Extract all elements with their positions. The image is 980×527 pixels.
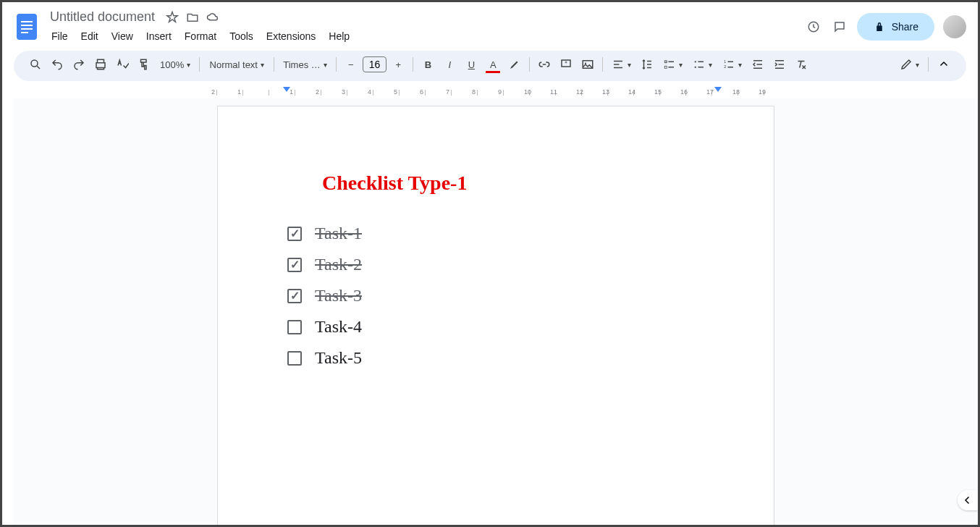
horizontal-ruler: 2112345678910111213141516171819 — [14, 87, 978, 98]
redo-icon[interactable] — [69, 54, 89, 75]
docs-logo[interactable] — [14, 14, 40, 40]
style-dropdown[interactable]: Normal text — [204, 54, 269, 75]
collapse-toolbar-icon[interactable] — [933, 54, 955, 75]
font-size-decrease[interactable]: − — [341, 54, 361, 75]
highlight-button[interactable] — [504, 54, 525, 75]
bullet-list-dropdown[interactable] — [688, 54, 717, 75]
bold-button[interactable]: B — [418, 54, 438, 75]
checklist-text: Task-2 — [315, 255, 362, 274]
svg-text:2: 2 — [725, 64, 727, 69]
font-size-input[interactable]: 16 — [363, 56, 387, 72]
font-dropdown[interactable]: Times … — [279, 54, 331, 75]
checkbox-icon[interactable] — [287, 289, 302, 303]
checkbox-icon[interactable] — [287, 320, 302, 334]
history-icon[interactable] — [805, 18, 822, 35]
document-page[interactable]: Checklist Type-1 Task-1Task-2Task-3Task-… — [217, 106, 774, 525]
menu-file[interactable]: File — [46, 28, 74, 45]
move-icon[interactable] — [185, 10, 200, 25]
checklist-text: Task-4 — [315, 317, 362, 337]
svg-rect-2 — [21, 25, 33, 26]
indent-marker-right[interactable] — [714, 87, 722, 92]
menu-bar: FileEditViewInsertFormatToolsExtensionsH… — [46, 28, 799, 45]
document-title[interactable]: Untitled document — [46, 8, 159, 26]
indent-increase-icon[interactable] — [769, 54, 790, 75]
search-icon[interactable] — [25, 54, 46, 75]
indent-marker-left[interactable] — [283, 87, 290, 92]
menu-edit[interactable]: Edit — [75, 28, 104, 45]
line-spacing-icon[interactable] — [637, 54, 657, 75]
checkbox-icon[interactable] — [287, 351, 302, 366]
vertical-ruler — [2, 87, 14, 525]
checklist-text: Task-3 — [315, 286, 362, 305]
svg-rect-0 — [17, 14, 37, 40]
menu-insert[interactable]: Insert — [140, 28, 177, 45]
checklist-item: Task-2 — [287, 255, 704, 274]
checkbox-icon[interactable] — [287, 258, 302, 272]
checklist-item: Task-3 — [287, 286, 704, 305]
italic-button[interactable]: I — [439, 54, 460, 75]
font-size-increase[interactable]: + — [388, 54, 408, 75]
checklist-dropdown[interactable] — [659, 54, 687, 75]
checklist-text: Task-5 — [315, 348, 362, 368]
menu-view[interactable]: View — [106, 28, 139, 45]
share-button[interactable]: Share — [857, 13, 934, 41]
spellcheck-icon[interactable] — [112, 54, 132, 75]
svg-point-5 — [31, 60, 38, 67]
numbered-list-dropdown[interactable]: 12 — [718, 54, 746, 75]
indent-decrease-icon[interactable] — [748, 54, 768, 75]
underline-button[interactable]: U — [461, 54, 481, 75]
share-label: Share — [892, 21, 918, 33]
svg-text:1: 1 — [725, 59, 727, 64]
comments-icon[interactable] — [831, 18, 848, 35]
paint-format-icon[interactable] — [134, 54, 154, 75]
text-color-button[interactable]: A — [483, 54, 503, 75]
avatar[interactable] — [943, 15, 966, 38]
svg-line-6 — [37, 66, 40, 69]
menu-extensions[interactable]: Extensions — [261, 28, 321, 45]
checklist: Task-1Task-2Task-3Task-4Task-5 — [287, 224, 704, 368]
checklist-item: Task-4 — [287, 317, 704, 337]
svg-point-20 — [695, 67, 696, 68]
toolbar: 100% Normal text Times … − 16 + B I U A … — [14, 51, 966, 81]
image-icon[interactable] — [578, 54, 598, 75]
side-panel-toggle-icon[interactable] — [958, 490, 978, 510]
header: Untitled document FileEditViewInsertForm… — [2, 2, 978, 51]
cloud-icon[interactable] — [206, 10, 220, 25]
menu-help[interactable]: Help — [323, 28, 355, 45]
undo-icon[interactable] — [47, 54, 67, 75]
comment-icon[interactable] — [556, 54, 576, 75]
document-heading: Checklist Type-1 — [322, 172, 704, 195]
checklist-item: Task-5 — [287, 348, 704, 368]
clear-format-icon[interactable] — [791, 54, 811, 75]
svg-rect-1 — [21, 21, 33, 22]
svg-rect-17 — [665, 66, 667, 68]
print-icon[interactable] — [90, 54, 111, 75]
svg-rect-4 — [21, 32, 28, 33]
menu-tools[interactable]: Tools — [224, 28, 259, 45]
link-icon[interactable] — [534, 54, 554, 75]
checkbox-icon[interactable] — [287, 227, 302, 241]
svg-rect-3 — [21, 28, 33, 30]
zoom-dropdown[interactable]: 100% — [156, 54, 195, 75]
align-dropdown[interactable] — [607, 54, 635, 75]
star-icon[interactable] — [165, 10, 179, 25]
editing-mode-dropdown[interactable] — [895, 54, 924, 75]
checklist-text: Task-1 — [315, 224, 362, 243]
menu-format[interactable]: Format — [179, 28, 222, 45]
checklist-item: Task-1 — [287, 224, 704, 243]
svg-point-19 — [695, 61, 696, 62]
